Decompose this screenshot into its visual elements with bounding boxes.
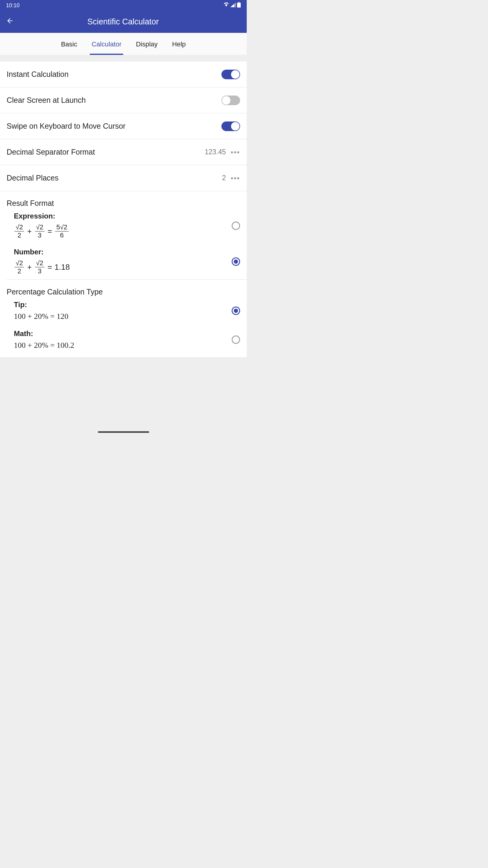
setting-decimal-separator[interactable]: Decimal Separator Format 123.45 ••• xyxy=(0,139,247,165)
decimal-separator-value: 123.45 xyxy=(204,148,226,156)
option-content: Number: √22 + √23 = 1.18 xyxy=(14,248,232,275)
setting-label: Decimal Separator Format xyxy=(7,148,95,156)
setting-label: Swipe on Keyboard to Move Cursor xyxy=(7,122,126,130)
svg-rect-1 xyxy=(238,2,239,3)
option-label: Tip: xyxy=(14,301,232,309)
radio-tip[interactable] xyxy=(232,307,240,315)
bottom-spacer xyxy=(0,357,247,399)
signal-icon xyxy=(230,2,236,9)
result-format-title: Result Format xyxy=(0,191,247,208)
option-content: Expression: √22 + √23 = 5√26 xyxy=(14,212,232,239)
wifi-icon xyxy=(223,2,229,9)
setting-label: Instant Calculation xyxy=(7,70,69,79)
toggle-swipe-cursor[interactable] xyxy=(221,121,240,131)
page-title: Scientific Calculator xyxy=(24,17,223,27)
option-tip[interactable]: Tip: 100 + 20% = 120 xyxy=(0,296,247,325)
tab-help[interactable]: Help xyxy=(172,33,186,55)
option-content: Tip: 100 + 20% = 120 xyxy=(14,301,232,321)
status-time: 10:10 xyxy=(6,2,20,9)
option-label: Number: xyxy=(14,248,232,256)
setting-clear-screen[interactable]: Clear Screen at Launch xyxy=(0,87,247,113)
number-result-value: 1.18 xyxy=(55,262,70,272)
tab-calculator[interactable]: Calculator xyxy=(92,33,121,55)
status-icons xyxy=(223,2,241,9)
setting-swipe-cursor[interactable]: Swipe on Keyboard to Move Cursor xyxy=(0,113,247,139)
setting-label: Clear Screen at Launch xyxy=(7,96,86,104)
toggle-instant-calculation[interactable] xyxy=(221,70,240,79)
option-label: Math: xyxy=(14,330,232,338)
tab-bar: Basic Calculator Display Help xyxy=(0,33,247,55)
toggle-clear-screen[interactable] xyxy=(221,96,240,105)
setting-label: Decimal Places xyxy=(7,174,59,182)
option-number[interactable]: Number: √22 + √23 = 1.18 xyxy=(0,244,247,279)
setting-value-group: 2 ••• xyxy=(222,174,240,182)
option-content: Math: 100 + 20% = 100.2 xyxy=(14,330,232,350)
option-formula: 100 + 20% = 100.2 xyxy=(14,341,232,350)
settings-group: Instant Calculation Clear Screen at Laun… xyxy=(0,61,247,357)
content-area: Instant Calculation Clear Screen at Laun… xyxy=(0,55,247,399)
setting-value-group: 123.45 ••• xyxy=(204,148,240,156)
radio-expression[interactable] xyxy=(232,221,240,230)
option-expression[interactable]: Expression: √22 + √23 = 5√26 xyxy=(0,208,247,244)
more-icon: ••• xyxy=(231,174,240,182)
option-label: Expression: xyxy=(14,212,232,220)
decimal-places-value: 2 xyxy=(222,174,226,182)
radio-number[interactable] xyxy=(232,257,240,266)
home-indicator[interactable] xyxy=(98,431,149,433)
option-math[interactable]: Math: 100 + 20% = 100.2 xyxy=(0,325,247,357)
setting-decimal-places[interactable]: Decimal Places 2 ••• xyxy=(0,165,247,191)
option-formula: √22 + √23 = 1.18 xyxy=(14,259,232,275)
app-header: Scientific Calculator xyxy=(0,11,247,33)
status-bar: 10:10 xyxy=(0,0,247,11)
svg-rect-0 xyxy=(237,3,241,7)
option-formula: 100 + 20% = 120 xyxy=(14,312,232,321)
tab-display[interactable]: Display xyxy=(136,33,158,55)
radio-math[interactable] xyxy=(232,336,240,344)
option-formula: √22 + √23 = 5√26 xyxy=(14,223,232,239)
more-icon: ••• xyxy=(231,148,240,156)
battery-icon xyxy=(237,2,241,9)
tab-basic[interactable]: Basic xyxy=(61,33,77,55)
percentage-type-title: Percentage Calculation Type xyxy=(0,280,247,296)
setting-instant-calculation[interactable]: Instant Calculation xyxy=(0,61,247,87)
back-arrow-icon[interactable] xyxy=(6,17,14,27)
